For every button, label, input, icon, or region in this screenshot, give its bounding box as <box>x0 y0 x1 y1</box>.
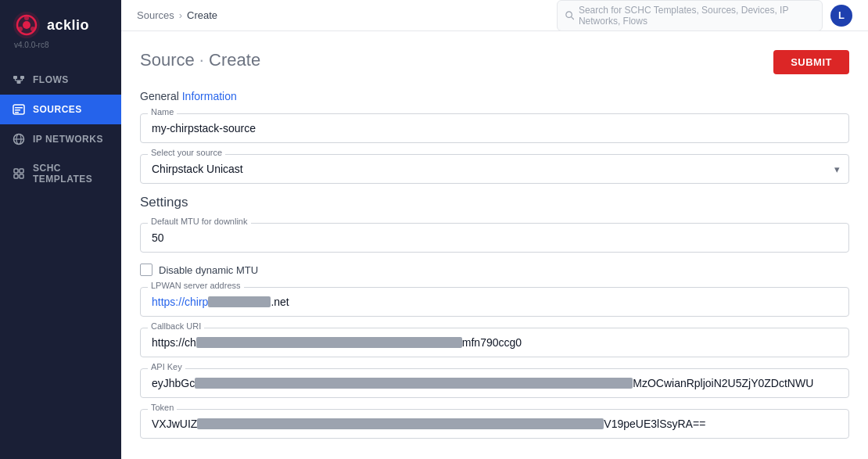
svg-rect-15 <box>15 109 20 111</box>
name-label: Name <box>148 107 177 117</box>
token-input[interactable]: VXJwUIZ V19peUE3lSsyRA== <box>140 409 849 439</box>
page-title-main: Source <box>140 50 195 70</box>
lpwan-field-group: LPWAN server address https://chirp .net <box>140 287 849 317</box>
sources-label: SOURCES <box>33 104 82 115</box>
sidebar-nav: FLOWS SOURCES IP NETWORKS <box>0 65 121 459</box>
page-content: Source · Create SUBMIT General Informati… <box>121 31 868 459</box>
breadcrumb-separator: › <box>179 9 182 21</box>
avatar: L <box>830 5 852 27</box>
ip-networks-icon <box>13 133 25 145</box>
breadcrumb-current: Create <box>187 9 217 21</box>
callback-input[interactable]: https://ch mfn790ccg0 <box>140 328 849 357</box>
svg-point-3 <box>24 16 29 20</box>
source-select-wrapper: Chirpstack Unicast ▾ <box>140 154 849 184</box>
sidebar-item-sources[interactable]: SOURCES <box>0 95 121 124</box>
source-select[interactable]: Chirpstack Unicast <box>140 154 849 184</box>
sidebar-item-ip-networks[interactable]: IP NETWORKS <box>0 124 121 154</box>
svg-rect-20 <box>14 169 18 173</box>
svg-rect-23 <box>20 174 23 178</box>
svg-rect-6 <box>13 76 17 79</box>
search-placeholder: Search for SCHC Templates, Sources, Devi… <box>579 5 814 27</box>
lpwan-blurred <box>208 296 271 307</box>
token-prefix: VXJwUIZ <box>152 418 197 430</box>
callback-label: Callback URI <box>148 321 204 331</box>
ip-networks-label: IP NETWORKS <box>33 134 103 145</box>
submit-button[interactable]: SUBMIT <box>773 50 849 74</box>
page-title-dot: · <box>199 50 209 70</box>
lpwan-input[interactable]: https://chirp .net <box>140 287 849 317</box>
general-label-highlight: Information <box>182 90 237 102</box>
logo-area: acklio v4.0.0-rc8 <box>0 0 121 57</box>
source-field-group: Select your source Chirpstack Unicast ▾ <box>140 154 849 184</box>
api-key-prefix: eyJhbGc <box>152 377 195 389</box>
sidebar-item-flows[interactable]: FLOWS <box>0 65 121 95</box>
callback-suffix: mfn790ccg0 <box>462 336 522 349</box>
name-input[interactable] <box>140 113 849 143</box>
breadcrumb: Sources › Create <box>137 9 217 21</box>
name-field-group: Name <box>140 113 849 143</box>
schc-templates-label: SCHC TEMPLATES <box>33 163 109 185</box>
svg-rect-7 <box>20 76 24 79</box>
mtu-field-group: Default MTU for downlink <box>140 223 849 253</box>
api-key-suffix: MzOCwianRpljoiN2U5ZjY0ZDctNWU <box>633 377 813 389</box>
api-key-input[interactable]: eyJhbGc MzOCwianRpljoiN2U5ZjY0ZDctNWU <box>140 368 849 398</box>
settings-section: Settings Default MTU for downlink Disabl… <box>140 195 849 439</box>
svg-rect-16 <box>15 112 19 113</box>
callback-blurred <box>196 337 462 348</box>
search-bar[interactable]: Search for SCHC Templates, Sources, Devi… <box>557 0 823 31</box>
topbar: Sources › Create Search for SCHC Templat… <box>121 0 868 31</box>
callback-field-group: Callback URI https://ch mfn790ccg0 <box>140 328 849 357</box>
search-icon <box>565 10 574 20</box>
logo-text: acklio <box>47 17 89 34</box>
token-blurred <box>197 418 604 429</box>
mtu-input[interactable] <box>140 223 849 253</box>
mtu-label: Default MTU for downlink <box>148 217 251 226</box>
flows-icon <box>13 74 25 86</box>
svg-point-5 <box>18 27 23 31</box>
token-field-group: Token VXJwUIZ V19peUE3lSsyRA== <box>140 409 849 439</box>
token-suffix: V19peUE3lSsyRA== <box>604 418 705 430</box>
main-content: Sources › Create Search for SCHC Templat… <box>121 0 868 459</box>
logo-version: v4.0.0-rc8 <box>13 41 48 49</box>
svg-rect-22 <box>14 174 18 178</box>
svg-point-4 <box>30 27 35 31</box>
logo-icon <box>13 11 41 39</box>
source-label: Select your source <box>148 148 225 157</box>
disable-mtu-checkbox[interactable] <box>140 264 152 276</box>
flows-label: FLOWS <box>33 74 69 85</box>
lpwan-prefix: https://chirp <box>152 296 208 308</box>
general-label-plain: General <box>140 90 179 102</box>
disable-mtu-label: Disable dynamic MTU <box>159 264 258 276</box>
lpwan-suffix: .net <box>271 296 289 308</box>
callback-prefix: https://ch <box>152 336 196 349</box>
page-header: Source · Create SUBMIT <box>140 50 849 74</box>
disable-mtu-row: Disable dynamic MTU <box>140 264 849 276</box>
token-label: Token <box>148 403 177 412</box>
lpwan-label: LPWAN server address <box>148 281 244 290</box>
svg-point-2 <box>23 21 30 29</box>
api-key-label: API Key <box>148 362 185 371</box>
settings-section-label: Settings <box>140 195 849 210</box>
breadcrumb-parent[interactable]: Sources <box>137 9 174 21</box>
svg-rect-21 <box>20 169 23 173</box>
schc-templates-icon <box>13 167 25 180</box>
page-title-sub: Create <box>209 50 260 70</box>
general-section-label: General Information <box>140 90 849 102</box>
sources-icon <box>13 103 25 116</box>
sidebar: acklio v4.0.0-rc8 FLOWS <box>0 0 121 459</box>
api-key-field-group: API Key eyJhbGc MzOCwianRpljoiN2U5ZjY0ZD… <box>140 368 849 398</box>
svg-line-25 <box>572 17 574 20</box>
sidebar-item-schc-templates[interactable]: SCHC TEMPLATES <box>0 154 121 193</box>
logo: acklio <box>13 11 89 39</box>
page-title: Source · Create <box>140 50 260 70</box>
svg-rect-14 <box>15 107 23 109</box>
api-key-blurred <box>195 378 633 389</box>
topbar-right: Search for SCHC Templates, Sources, Devi… <box>557 0 852 31</box>
